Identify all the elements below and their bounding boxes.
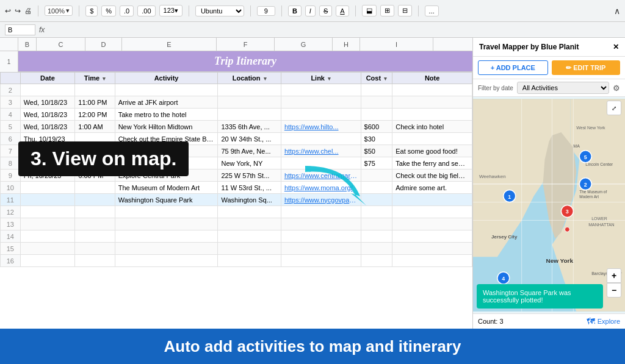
location-cell[interactable] <box>218 243 281 255</box>
time-cell[interactable] <box>75 194 115 206</box>
cost-cell[interactable]: $600 <box>361 121 392 133</box>
zoom-in-button[interactable]: + <box>607 268 621 283</box>
link-cell[interactable] <box>281 230 361 243</box>
activity-cell[interactable] <box>115 230 218 243</box>
location-cell[interactable]: New York, NY <box>218 157 281 170</box>
format-button[interactable]: 123▾ <box>159 5 182 16</box>
location-cell[interactable]: 225 W 57th St... <box>218 170 281 182</box>
filter-settings-icon[interactable]: ⚙ <box>613 84 620 93</box>
font-size-input[interactable]: 9 <box>257 6 275 16</box>
italic-button[interactable]: I <box>305 5 316 16</box>
note-cell[interactable]: Check out the big field i... <box>392 170 472 182</box>
cost-cell[interactable] <box>361 182 392 194</box>
table-container[interactable]: Date Time ▾ Activity Location ▾ Link ▾ C… <box>0 72 472 329</box>
note-cell[interactable]: Admire some art. <box>392 182 472 194</box>
time-cell[interactable]: 1:00 AM <box>75 121 115 133</box>
row-num-cell[interactable]: 6 <box>1 133 21 145</box>
percent-button[interactable]: % <box>101 5 116 16</box>
note-cell[interactable] <box>392 255 472 267</box>
cell-reference-input[interactable]: B <box>5 24 35 35</box>
row-num-cell[interactable]: 5 <box>1 121 21 133</box>
cost-cell[interactable] <box>361 194 392 206</box>
zoom-out-button[interactable]: − <box>607 283 621 298</box>
table-row[interactable]: 5Wed, 10/18/231:00 AMNew York Hilton Mid… <box>1 121 472 133</box>
link-cell[interactable] <box>281 133 361 145</box>
row-num-cell[interactable]: 14 <box>1 230 21 243</box>
date-cell[interactable]: Wed, 10/18/23 <box>20 109 75 121</box>
cost-cell[interactable] <box>361 96 392 109</box>
link-cell[interactable] <box>281 96 361 109</box>
time-cell[interactable] <box>75 84 115 96</box>
table-row[interactable]: 2 <box>1 84 472 96</box>
borders-button[interactable]: ⊞ <box>380 5 394 16</box>
link-cell[interactable] <box>281 157 361 170</box>
location-cell[interactable]: 20 W 34th St., ... <box>218 133 281 145</box>
table-row[interactable]: 4Wed, 10/18/2312:00 PMTake metro to the … <box>1 109 472 121</box>
table-row[interactable]: 14 <box>1 230 472 243</box>
date-cell[interactable] <box>20 243 75 255</box>
location-cell[interactable] <box>218 84 281 96</box>
link-cell[interactable]: https://www.chel... <box>281 145 361 157</box>
table-row[interactable]: 13 <box>1 218 472 230</box>
time-cell[interactable] <box>75 255 115 267</box>
activity-cell[interactable]: New York Hilton Midtown <box>115 121 218 133</box>
row-num-cell[interactable]: 3 <box>1 96 21 109</box>
location-cell[interactable] <box>218 109 281 121</box>
location-cell[interactable]: 11 W 53rd St., ... <box>218 182 281 194</box>
table-row[interactable]: 3Wed, 10/18/2311:00 PMArrive at JFK airp… <box>1 96 472 109</box>
cost-cell[interactable]: $50 <box>361 145 392 157</box>
print-icon[interactable]: 🖨 <box>24 7 32 15</box>
strikethrough-button[interactable]: S <box>319 5 332 16</box>
row-num-cell[interactable]: 8 <box>1 157 21 170</box>
link-cell[interactable] <box>281 218 361 230</box>
date-cell[interactable] <box>20 218 75 230</box>
undo-icon[interactable]: ↩ <box>5 7 11 15</box>
time-cell[interactable] <box>75 243 115 255</box>
note-cell[interactable] <box>392 230 472 243</box>
link-cell[interactable]: https://www.hilto... <box>281 121 361 133</box>
date-cell[interactable] <box>20 182 75 194</box>
cost-cell[interactable] <box>361 84 392 96</box>
time-cell[interactable] <box>75 182 115 194</box>
table-row[interactable]: 15 <box>1 243 472 255</box>
date-cell[interactable]: Wed, 10/18/23 <box>20 96 75 109</box>
note-cell[interactable] <box>392 96 472 109</box>
row-num-cell[interactable]: 4 <box>1 109 21 121</box>
row-num-cell[interactable]: 2 <box>1 84 21 96</box>
collapse-icon[interactable]: ∧ <box>614 6 620 16</box>
merge-button[interactable]: ⊟ <box>398 5 412 16</box>
activity-cell[interactable]: The Museum of Modern Art <box>115 182 218 194</box>
activity-cell[interactable] <box>115 243 218 255</box>
link-cell[interactable] <box>281 243 361 255</box>
note-cell[interactable] <box>392 84 472 96</box>
location-cell[interactable]: 75 9th Ave, Ne... <box>218 145 281 157</box>
time-cell[interactable] <box>75 230 115 243</box>
edit-trip-button[interactable]: ✏ EDIT TRIP <box>552 60 621 75</box>
more-options-button[interactable]: ... <box>425 5 439 16</box>
cost-cell[interactable]: $75 <box>361 157 392 170</box>
font-selector[interactable]: Ubuntu <box>195 5 244 16</box>
activity-cell[interactable] <box>115 218 218 230</box>
location-cell[interactable]: 1335 6th Ave, ... <box>218 121 281 133</box>
more-decimal-button[interactable]: .00 <box>137 5 155 16</box>
decimal-button[interactable]: .0 <box>120 5 134 16</box>
location-cell[interactable] <box>218 255 281 267</box>
currency-button[interactable]: $ <box>85 5 98 16</box>
table-row[interactable]: 12 <box>1 206 472 218</box>
location-cell[interactable] <box>218 218 281 230</box>
date-cell[interactable]: Wed, 10/18/23 <box>20 121 75 133</box>
note-cell[interactable]: Check into hotel <box>392 121 472 133</box>
activity-cell[interactable]: Washington Square Park <box>115 194 218 206</box>
link-cell[interactable] <box>281 109 361 121</box>
date-cell[interactable] <box>20 255 75 267</box>
table-row[interactable]: 10The Museum of Modern Art11 W 53rd St.,… <box>1 182 472 194</box>
explore-label[interactable]: Explore <box>598 318 620 325</box>
map-expand-button[interactable]: ⤢ <box>607 101 621 115</box>
note-cell[interactable] <box>392 243 472 255</box>
note-cell[interactable] <box>392 133 472 145</box>
link-cell[interactable] <box>281 206 361 218</box>
date-cell[interactable] <box>20 194 75 206</box>
note-cell[interactable] <box>392 206 472 218</box>
link-cell[interactable]: https://www.centralpark.com/ <box>281 170 361 182</box>
note-cell[interactable] <box>392 194 472 206</box>
